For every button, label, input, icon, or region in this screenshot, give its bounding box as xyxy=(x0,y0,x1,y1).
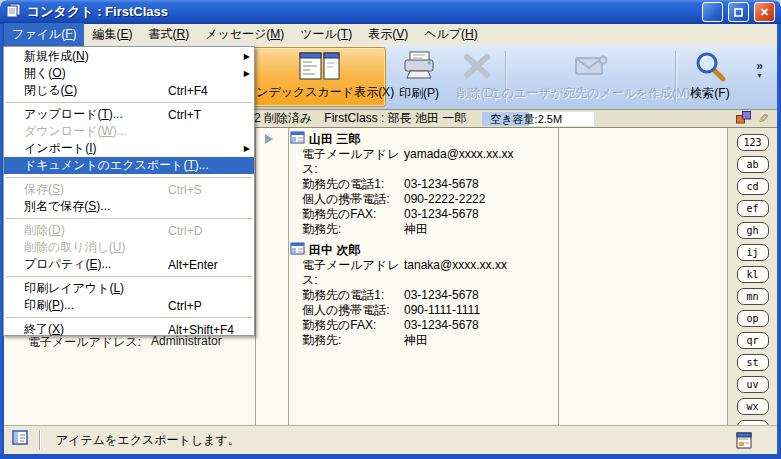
menu-separator xyxy=(6,317,252,318)
menu-item-import[interactable]: インポート(I)▶ xyxy=(4,140,254,157)
menu-item-export-document[interactable]: ドキュメントのエクスポート(T)... xyxy=(4,157,254,174)
menubar-item-view[interactable]: 表示(V) xyxy=(360,23,416,46)
minimize-button[interactable]: _ xyxy=(702,2,723,22)
contact-field: 勤務先の電話1:03-1234-5678 xyxy=(290,288,556,303)
index-tab-wx[interactable]: wx xyxy=(737,398,769,415)
delete-x-icon xyxy=(462,47,492,85)
index-tab-st[interactable]: st xyxy=(737,354,769,371)
contact-field: 個人の携帯電話:090-2222-2222 xyxy=(290,192,556,207)
index-tab-op[interactable]: op xyxy=(737,310,769,327)
contact-field: 勤務先の電話1:03-1234-5678 xyxy=(290,177,556,192)
submenu-arrow-icon: ▶ xyxy=(240,52,250,61)
quota-label: 空き容量:2.5M xyxy=(490,112,562,126)
contact-card-icon xyxy=(290,131,305,147)
layers-icon[interactable] xyxy=(735,110,752,128)
menubar-item-file[interactable]: ファイル(F) xyxy=(4,23,84,46)
field-label: 電子メールアドレス: xyxy=(302,147,404,177)
window-frame-right xyxy=(777,24,781,459)
menu-item-print[interactable]: 印刷(P)...Ctrl+P xyxy=(4,297,254,314)
contact-entry[interactable]: 田中 次郎電子メールアドレス:tanaka@xxxx.xx.xx勤務先の電話1:… xyxy=(290,242,556,348)
index-tab-cd[interactable]: cd xyxy=(737,178,769,195)
menu-separator xyxy=(6,102,252,103)
contact-field: 電子メールアドレス:yamada@xxxx.xx.xx xyxy=(290,147,556,177)
button-label: このユーザが宛先のメールを作成(M) xyxy=(490,85,691,102)
print-button[interactable]: 印刷(P) xyxy=(388,47,450,107)
toolbar-overflow-chevron[interactable]: »▼ xyxy=(756,61,763,81)
menubar-item-format[interactable]: 書式(R) xyxy=(140,23,197,46)
menu-item-properties[interactable]: プロパティ(E)...Alt+Enter xyxy=(4,256,254,273)
app-icon xyxy=(6,3,22,22)
menu-separator xyxy=(6,218,252,219)
field-value: 03-1234-5678 xyxy=(404,177,479,192)
field-label: 勤務先のFAX: xyxy=(302,207,404,222)
index-tab-ef[interactable]: ef xyxy=(737,200,769,217)
statusbar: アイテムをエクスポートします。 xyxy=(4,425,777,454)
submenu-arrow-icon: ▶ xyxy=(240,144,250,153)
field-value: 03-1234-5678 xyxy=(404,318,479,333)
button-label: インデックスカード表示(X) xyxy=(244,84,394,101)
index-cards-icon xyxy=(297,48,341,84)
menu-item-exit[interactable]: 終了(X)Alt+Shift+F4 xyxy=(4,321,254,338)
field-value: tanaka@xxxx.xx.xx xyxy=(404,258,507,288)
menu-item-delete: 削除(D)Ctrl+D xyxy=(4,222,254,239)
menu-item-save-as[interactable]: 別名で保存(S)... xyxy=(4,198,254,215)
button-label: 検索(F) xyxy=(690,85,729,102)
field-label: 電子メールアドレス: xyxy=(302,258,404,288)
field-value: yamada@xxxx.xx.xx xyxy=(404,147,514,177)
contact-entry[interactable]: 山田 三郎電子メールアドレス:yamada@xxxx.xx.xx勤務先の電話1:… xyxy=(290,131,556,237)
field-value: 03-1234-5678 xyxy=(404,288,479,303)
index-tab-uv[interactable]: uv xyxy=(737,376,769,393)
mail-to-user-button: このユーザが宛先のメールを作成(M) xyxy=(507,47,673,107)
quota-indicator: 空き容量:2.5M xyxy=(482,112,594,126)
contact-field: 電子メールアドレス:tanaka@xxxx.xx.xx xyxy=(290,258,556,288)
contact-card-icon xyxy=(290,242,305,258)
index-tab-qr[interactable]: qr xyxy=(737,332,769,349)
menu-item-upload[interactable]: アップロード(T)...Ctrl+T xyxy=(4,106,254,123)
window-title: コンタクト : FirstClass xyxy=(27,3,697,21)
index-card-mini-icon[interactable] xyxy=(736,430,753,454)
index-tab-ij[interactable]: ij xyxy=(737,244,769,261)
contacts-window: コンタクト : FirstClass _ ✕ ファイル(F)編集(E)書式(R)… xyxy=(0,0,781,459)
menubar-item-tools[interactable]: ツール(T) xyxy=(292,23,360,46)
pencil-icon[interactable]: ✎ xyxy=(758,111,769,126)
contact-list: 山田 三郎電子メールアドレス:yamada@xxxx.xx.xx勤務先の電話1:… xyxy=(290,131,556,353)
search-button[interactable]: 検索(F) xyxy=(678,47,742,107)
magnifier-icon xyxy=(694,47,726,85)
button-label: 印刷(P) xyxy=(399,85,439,102)
menubar-item-edit[interactable]: 編集(E) xyxy=(84,23,140,46)
field-value: 090-1111-1111 xyxy=(404,303,480,318)
menu-item-new[interactable]: 新規作成(N)▶ xyxy=(4,48,254,65)
titlebar[interactable]: コンタクト : FirstClass _ ✕ xyxy=(0,0,781,24)
status-separator xyxy=(39,430,40,450)
pane-divider[interactable] xyxy=(255,128,256,425)
menu-item-undelete: 削除の取り消し(U) xyxy=(4,239,254,256)
close-button[interactable]: ✕ xyxy=(754,2,775,22)
menu-item-open[interactable]: 開く(O)▶ xyxy=(4,65,254,82)
contact-field: 勤務先:神田 xyxy=(290,333,556,348)
field-label: 勤務先: xyxy=(302,222,404,237)
column-divider xyxy=(288,128,289,425)
index-tab-gh[interactable]: gh xyxy=(737,222,769,239)
menubar-item-message[interactable]: メッセージ(M) xyxy=(197,23,292,46)
index-tab-ab[interactable]: ab xyxy=(737,156,769,173)
menubar-item-help[interactable]: ヘルプ(H) xyxy=(416,23,486,46)
status-icon xyxy=(12,430,29,450)
menu-separator xyxy=(6,177,252,178)
menu-item-close[interactable]: 閉じる(C)Ctrl+F4 xyxy=(4,82,254,99)
menu-item-print-layout[interactable]: 印刷レイアウト(L) xyxy=(4,280,254,297)
file-menu: 新規作成(N)▶開く(O)▶閉じる(C)Ctrl+F4アップロード(T)...C… xyxy=(3,46,255,336)
field-value: 神田 xyxy=(404,333,428,348)
maximize-button[interactable] xyxy=(728,2,749,22)
window-frame-bottom xyxy=(0,454,781,459)
printer-icon xyxy=(401,47,437,85)
index-tab-123[interactable]: 123 xyxy=(737,134,769,151)
index-tab-kl[interactable]: kl xyxy=(737,266,769,283)
field-label: 個人の携帯電話: xyxy=(302,192,404,207)
toolbar-separator xyxy=(675,51,676,103)
field-label: 勤務先の電話1: xyxy=(302,177,404,192)
field-value: 神田 xyxy=(404,222,428,237)
index-tab-mn[interactable]: mn xyxy=(737,288,769,305)
contact-field: 勤務先のFAX:03-1234-5678 xyxy=(290,318,556,333)
mail-user-icon xyxy=(570,47,610,85)
index-card-view-button[interactable]: インデックスカード表示(X) xyxy=(252,47,386,107)
